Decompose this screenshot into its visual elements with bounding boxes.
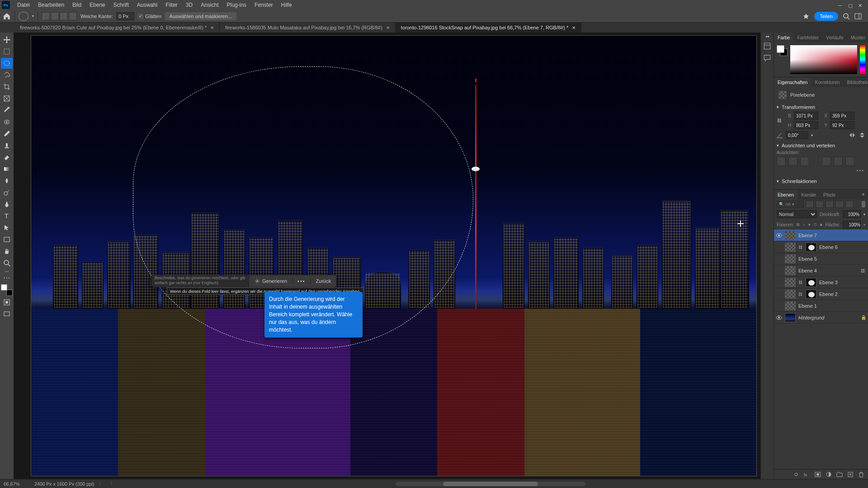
menu-ebene[interactable]: Ebene <box>86 0 109 9</box>
home-icon[interactable] <box>3 12 11 20</box>
menu-bild[interactable]: Bild <box>69 0 85 9</box>
layer-effects-icon[interactable]: ▥ <box>861 268 866 273</box>
lock-transparent-icon[interactable] <box>797 221 800 228</box>
menu-3d[interactable]: 3D <box>182 0 196 9</box>
tab-eigenschaften[interactable]: Eigenschaften <box>774 77 811 87</box>
layer-mask-thumbnail[interactable] <box>806 278 816 287</box>
rectangle-tool[interactable] <box>1 234 13 245</box>
adjustment-icon[interactable] <box>826 471 832 478</box>
generate-button[interactable]: Generieren <box>249 275 292 287</box>
filter-smart-icon[interactable] <box>845 201 854 208</box>
layer-thumbnail[interactable] <box>785 254 796 263</box>
cloud-discover-icon[interactable] <box>802 13 810 20</box>
link-icon[interactable]: ⛓ <box>798 245 803 249</box>
visibility-icon[interactable] <box>776 244 782 250</box>
comments-panel-icon[interactable] <box>763 54 771 62</box>
quickmask-tool[interactable] <box>1 297 13 308</box>
layer-name[interactable]: Ebene 1 <box>798 303 817 309</box>
layer-row[interactable]: Ebene 4▥ <box>774 265 868 277</box>
select-and-mask-button[interactable]: Auswählen und maskieren... <box>165 12 236 20</box>
layer-row[interactable]: ⛓Ebene 2 <box>774 288 868 300</box>
path-select-tool[interactable] <box>1 222 13 233</box>
mask-icon[interactable] <box>815 471 821 478</box>
layer-mask-thumbnail[interactable] <box>806 290 816 299</box>
fgbg-swatch[interactable] <box>777 45 788 56</box>
lock-all-icon[interactable] <box>820 221 823 228</box>
gradient-tool[interactable] <box>1 164 13 174</box>
visibility-icon[interactable] <box>776 267 782 274</box>
layer-row[interactable]: Ebene 5 <box>774 253 868 265</box>
menu-auswahl[interactable]: Auswahl <box>133 0 161 9</box>
layer-thumbnail[interactable] <box>785 266 796 275</box>
tab-muster[interactable]: Muster <box>847 33 868 42</box>
screenmode-tool[interactable] <box>1 309 13 319</box>
history-panel-icon[interactable] <box>763 42 771 50</box>
document-info[interactable]: 2400 Px x 1600 Px (300 ppi) <box>34 481 94 487</box>
crop-tool[interactable] <box>1 81 13 92</box>
filter-shape-icon[interactable] <box>835 201 844 208</box>
lock-icon[interactable]: 🔒 <box>861 315 866 320</box>
close-icon[interactable]: ✕ <box>572 25 576 30</box>
search-icon[interactable] <box>843 13 850 20</box>
opacity-input[interactable] <box>843 210 861 218</box>
selection-add-icon[interactable] <box>51 12 59 20</box>
lock-artboard-icon[interactable] <box>814 221 817 228</box>
edit-toolbar-button[interactable] <box>1 274 13 282</box>
link-dimensions-icon[interactable]: ⛓ <box>777 118 782 123</box>
tab-verlaufe[interactable]: Verläufe <box>822 33 847 42</box>
section-quick[interactable]: Schnellaktionen <box>777 178 865 184</box>
tab-farbe[interactable]: Farbe <box>774 33 793 42</box>
feather-input[interactable] <box>116 12 134 20</box>
layer-name[interactable]: Ebene 3 <box>819 280 838 285</box>
align-bottom-icon[interactable] <box>845 157 854 166</box>
visibility-icon[interactable] <box>776 232 782 239</box>
canvas-area[interactable]: Beschreibe, was du generieren möchtest, … <box>14 33 760 479</box>
ellipse-marquee-icon[interactable] <box>19 12 28 21</box>
visibility-icon[interactable] <box>776 256 782 262</box>
blend-mode-select[interactable]: Normal <box>777 210 817 218</box>
color-spectrum[interactable] <box>790 45 857 74</box>
taskbar-more-button[interactable]: ••• <box>292 278 311 284</box>
menu-hilfe[interactable]: Hilfe <box>278 0 296 9</box>
document-canvas[interactable] <box>31 35 757 476</box>
filter-toggle[interactable] <box>862 201 865 207</box>
menu-fenster[interactable]: Fenster <box>251 0 277 9</box>
layer-name[interactable]: Ebene 5 <box>798 256 817 262</box>
fill-input[interactable] <box>843 221 861 229</box>
menu-filter[interactable]: Filter <box>162 0 181 9</box>
section-align[interactable]: Ausrichten und verteilen <box>777 143 865 148</box>
frame-tool[interactable] <box>1 93 13 104</box>
flip-vertical-icon[interactable] <box>859 132 865 138</box>
healing-brush-tool[interactable] <box>1 117 13 127</box>
rect-marquee-tool[interactable] <box>1 46 13 57</box>
selection-new-icon[interactable] <box>42 12 50 20</box>
layer-thumbnail[interactable] <box>785 290 796 299</box>
link-icon[interactable]: ⛓ <box>798 292 803 296</box>
panel-menu-icon[interactable]: ≡ <box>859 190 868 200</box>
dodge-tool[interactable] <box>1 187 13 198</box>
zoom-tool[interactable] <box>1 258 13 268</box>
type-tool[interactable]: T <box>1 211 13 221</box>
y-input[interactable] <box>830 121 854 129</box>
blur-tool[interactable] <box>1 175 13 186</box>
document-tab-1[interactable]: fireworks-5007820 Briam Cute auf Pixabay… <box>14 23 220 33</box>
tab-pfade[interactable]: Pfade <box>820 190 839 200</box>
tab-ebenen[interactable]: Ebenen <box>774 190 797 200</box>
layer-name[interactable]: Hintergrund <box>798 315 824 320</box>
visibility-icon[interactable] <box>776 303 782 309</box>
layer-thumbnail[interactable] <box>785 278 796 287</box>
share-button[interactable]: Teilen <box>814 12 838 21</box>
tab-bibliotheken[interactable]: Bibliotheken <box>843 77 868 87</box>
delete-icon[interactable] <box>858 471 864 478</box>
hand-tool[interactable] <box>1 246 13 257</box>
align-top-icon[interactable] <box>822 157 831 166</box>
visibility-icon[interactable] <box>776 314 782 321</box>
layer-thumbnail[interactable] <box>785 301 796 310</box>
angle-input[interactable] <box>786 131 808 139</box>
fx-icon[interactable]: fx <box>804 471 810 478</box>
layer-name[interactable]: Ebene 6 <box>819 244 838 250</box>
link-icon[interactable]: ⛓ <box>798 280 803 285</box>
workspace-icon[interactable] <box>854 13 862 20</box>
layer-mask-thumbnail[interactable] <box>806 243 816 252</box>
filter-pixel-icon[interactable] <box>806 201 814 208</box>
